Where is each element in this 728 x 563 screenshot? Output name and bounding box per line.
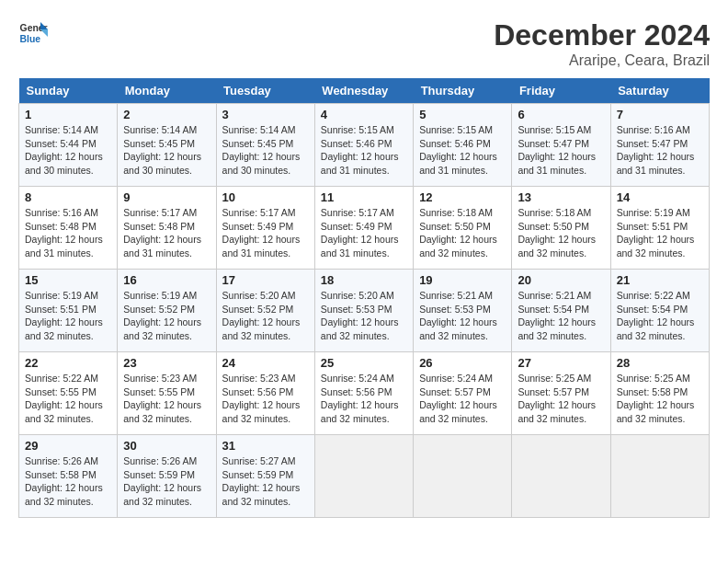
day-info: Sunrise: 5:25 AM Sunset: 5:58 PM Dayligh… — [617, 372, 703, 426]
day-info: Sunrise: 5:20 AM Sunset: 5:53 PM Dayligh… — [321, 289, 407, 343]
day-info: Sunrise: 5:14 AM Sunset: 5:45 PM Dayligh… — [222, 123, 309, 178]
calendar-cell: 21 Sunrise: 5:22 AM Sunset: 5:54 PM Dayl… — [610, 270, 709, 352]
calendar-cell: 16 Sunrise: 5:19 AM Sunset: 5:52 PM Dayl… — [118, 270, 216, 352]
calendar-row: 29 Sunrise: 5:26 AM Sunset: 5:58 PM Dayl… — [19, 435, 710, 518]
day-number: 23 — [123, 356, 210, 370]
calendar-cell: 7 Sunrise: 5:16 AM Sunset: 5:47 PM Dayli… — [610, 104, 709, 187]
calendar-cell: 23 Sunrise: 5:23 AM Sunset: 5:55 PM Dayl… — [118, 352, 216, 435]
day-info: Sunrise: 5:23 AM Sunset: 5:55 PM Dayligh… — [123, 372, 210, 426]
day-info: Sunrise: 5:26 AM Sunset: 5:59 PM Dayligh… — [123, 454, 210, 509]
calendar-row: 22 Sunrise: 5:22 AM Sunset: 5:55 PM Dayl… — [19, 352, 710, 435]
day-number: 4 — [321, 108, 407, 121]
calendar-cell: 27 Sunrise: 5:25 AM Sunset: 5:57 PM Dayl… — [512, 352, 610, 435]
calendar-cell: 14 Sunrise: 5:19 AM Sunset: 5:51 PM Dayl… — [610, 187, 709, 270]
day-info: Sunrise: 5:17 AM Sunset: 5:49 PM Dayligh… — [222, 206, 309, 260]
calendar-cell: 15 Sunrise: 5:19 AM Sunset: 5:51 PM Dayl… — [19, 270, 118, 352]
day-info: Sunrise: 5:24 AM Sunset: 5:56 PM Dayligh… — [321, 372, 407, 426]
calendar-cell: 13 Sunrise: 5:18 AM Sunset: 5:50 PM Dayl… — [512, 187, 610, 270]
logo-icon: General Blue — [18, 18, 48, 48]
day-info: Sunrise: 5:24 AM Sunset: 5:57 PM Dayligh… — [419, 372, 506, 426]
day-number: 6 — [518, 108, 604, 121]
day-number: 9 — [123, 190, 210, 204]
day-number: 28 — [617, 356, 703, 370]
day-info: Sunrise: 5:14 AM Sunset: 5:45 PM Dayligh… — [123, 123, 210, 178]
day-number: 1 — [25, 108, 111, 121]
calendar-row: 15 Sunrise: 5:19 AM Sunset: 5:51 PM Dayl… — [19, 270, 710, 352]
calendar-cell: 5 Sunrise: 5:15 AM Sunset: 5:46 PM Dayli… — [414, 104, 512, 187]
day-number: 14 — [617, 190, 703, 204]
calendar-cell: 9 Sunrise: 5:17 AM Sunset: 5:48 PM Dayli… — [118, 187, 216, 270]
calendar-cell: 2 Sunrise: 5:14 AM Sunset: 5:45 PM Dayli… — [118, 104, 216, 187]
day-number: 3 — [222, 108, 309, 121]
calendar-cell: 20 Sunrise: 5:21 AM Sunset: 5:54 PM Dayl… — [512, 270, 610, 352]
day-number: 26 — [419, 356, 506, 370]
calendar-cell: 12 Sunrise: 5:18 AM Sunset: 5:50 PM Dayl… — [414, 187, 512, 270]
day-number: 29 — [25, 439, 111, 453]
day-number: 12 — [419, 190, 506, 204]
calendar-cell: 19 Sunrise: 5:21 AM Sunset: 5:53 PM Dayl… — [414, 270, 512, 352]
day-number: 8 — [25, 190, 111, 204]
calendar-cell: 25 Sunrise: 5:24 AM Sunset: 5:56 PM Dayl… — [314, 352, 413, 435]
calendar-cell: 8 Sunrise: 5:16 AM Sunset: 5:48 PM Dayli… — [19, 187, 118, 270]
calendar-row: 8 Sunrise: 5:16 AM Sunset: 5:48 PM Dayli… — [19, 187, 710, 270]
day-number: 19 — [419, 273, 506, 287]
calendar-cell — [512, 435, 610, 518]
calendar-cell: 28 Sunrise: 5:25 AM Sunset: 5:58 PM Dayl… — [610, 352, 709, 435]
day-info: Sunrise: 5:18 AM Sunset: 5:50 PM Dayligh… — [419, 206, 506, 260]
calendar-cell: 17 Sunrise: 5:20 AM Sunset: 5:52 PM Dayl… — [216, 270, 314, 352]
day-number: 11 — [321, 190, 407, 204]
weekday-header: Sunday — [19, 78, 118, 104]
day-number: 27 — [518, 356, 604, 370]
day-number: 21 — [617, 273, 703, 287]
day-number: 15 — [25, 273, 111, 287]
day-info: Sunrise: 5:21 AM Sunset: 5:53 PM Dayligh… — [419, 289, 506, 343]
calendar-cell — [414, 435, 512, 518]
day-info: Sunrise: 5:16 AM Sunset: 5:47 PM Dayligh… — [617, 123, 703, 178]
weekday-header: Thursday — [414, 78, 512, 104]
weekday-header: Friday — [512, 78, 610, 104]
calendar-cell: 4 Sunrise: 5:15 AM Sunset: 5:46 PM Dayli… — [314, 104, 413, 187]
calendar-cell: 31 Sunrise: 5:27 AM Sunset: 5:59 PM Dayl… — [216, 435, 314, 518]
day-info: Sunrise: 5:20 AM Sunset: 5:52 PM Dayligh… — [222, 289, 309, 343]
calendar-cell: 6 Sunrise: 5:15 AM Sunset: 5:47 PM Dayli… — [512, 104, 610, 187]
day-info: Sunrise: 5:19 AM Sunset: 5:51 PM Dayligh… — [617, 206, 703, 260]
day-info: Sunrise: 5:23 AM Sunset: 5:56 PM Dayligh… — [222, 372, 309, 426]
calendar-row: 1 Sunrise: 5:14 AM Sunset: 5:44 PM Dayli… — [19, 104, 710, 187]
day-number: 18 — [321, 273, 407, 287]
day-info: Sunrise: 5:17 AM Sunset: 5:49 PM Dayligh… — [321, 206, 407, 260]
day-number: 25 — [321, 356, 407, 370]
day-info: Sunrise: 5:22 AM Sunset: 5:54 PM Dayligh… — [617, 289, 703, 343]
day-info: Sunrise: 5:27 AM Sunset: 5:59 PM Dayligh… — [222, 454, 309, 509]
day-number: 2 — [123, 108, 210, 121]
day-info: Sunrise: 5:26 AM Sunset: 5:58 PM Dayligh… — [25, 454, 111, 509]
day-info: Sunrise: 5:17 AM Sunset: 5:48 PM Dayligh… — [123, 206, 210, 260]
calendar-cell — [314, 435, 413, 518]
day-number: 31 — [222, 439, 309, 453]
weekday-header: Monday — [118, 78, 216, 104]
calendar-cell: 26 Sunrise: 5:24 AM Sunset: 5:57 PM Dayl… — [414, 352, 512, 435]
calendar-cell: 30 Sunrise: 5:26 AM Sunset: 5:59 PM Dayl… — [118, 435, 216, 518]
day-info: Sunrise: 5:18 AM Sunset: 5:50 PM Dayligh… — [518, 206, 604, 260]
calendar-table: SundayMondayTuesdayWednesdayThursdayFrid… — [18, 78, 710, 518]
day-number: 13 — [518, 190, 604, 204]
day-number: 20 — [518, 273, 604, 287]
day-number: 30 — [123, 439, 210, 453]
weekday-header: Tuesday — [216, 78, 314, 104]
day-number: 16 — [123, 273, 210, 287]
calendar-cell: 11 Sunrise: 5:17 AM Sunset: 5:49 PM Dayl… — [314, 187, 413, 270]
day-number: 7 — [617, 108, 703, 121]
day-number: 5 — [419, 108, 506, 121]
day-info: Sunrise: 5:16 AM Sunset: 5:48 PM Dayligh… — [25, 206, 111, 260]
svg-text:Blue: Blue — [20, 34, 41, 44]
month-title: December 2024 — [494, 18, 710, 52]
title-block: December 2024 Araripe, Ceara, Brazil — [494, 18, 710, 69]
day-number: 24 — [222, 356, 309, 370]
day-number: 10 — [222, 190, 309, 204]
day-info: Sunrise: 5:14 AM Sunset: 5:44 PM Dayligh… — [25, 123, 111, 178]
calendar-cell: 3 Sunrise: 5:14 AM Sunset: 5:45 PM Dayli… — [216, 104, 314, 187]
calendar-cell: 22 Sunrise: 5:22 AM Sunset: 5:55 PM Dayl… — [19, 352, 118, 435]
day-info: Sunrise: 5:19 AM Sunset: 5:52 PM Dayligh… — [123, 289, 210, 343]
day-info: Sunrise: 5:22 AM Sunset: 5:55 PM Dayligh… — [25, 372, 111, 426]
calendar-cell: 24 Sunrise: 5:23 AM Sunset: 5:56 PM Dayl… — [216, 352, 314, 435]
day-number: 22 — [25, 356, 111, 370]
